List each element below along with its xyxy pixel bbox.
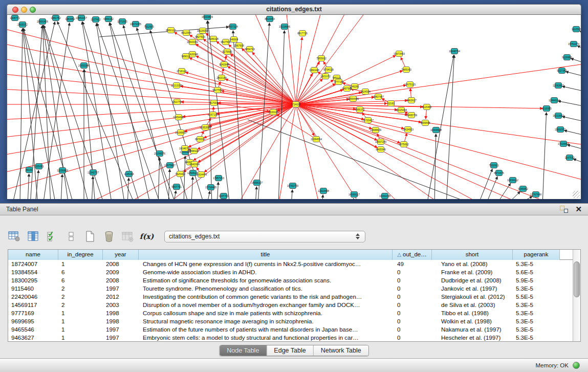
graph-node-label: 3824554: [360, 90, 371, 93]
window-titlebar[interactable]: citations_edges.txt: [7, 4, 581, 15]
delete-table-button-disabled[interactable]: [121, 230, 134, 243]
show-column-icon: [27, 231, 39, 242]
float-panel-icon[interactable]: [560, 206, 568, 213]
table-row[interactable]: 911546021997Tourette syndrome. Phenomeno…: [8, 285, 580, 293]
table-cell: 18300295: [8, 276, 58, 285]
status-bar: Memory: OK: [0, 358, 588, 372]
window-zoom-button[interactable]: [30, 7, 36, 13]
table-cell: 1997: [103, 285, 139, 293]
graph-node-label: 62160: [387, 102, 395, 105]
graph-node-label: 1527602: [91, 18, 101, 21]
table-row[interactable]: 1938455462009Genome-wide association stu…: [8, 268, 580, 276]
tab-node-table[interactable]: Node Table: [220, 345, 267, 356]
graph-node-label: 7857224: [228, 25, 238, 28]
graph-nodes[interactable]: 1724007160877124055722069140618417621983…: [10, 15, 581, 199]
table-cell: Wolkin et al. (1998): [432, 317, 513, 325]
table-cell: 2012: [103, 293, 139, 301]
combo-stepper-icon: [356, 233, 361, 239]
graph-node-label: 1112503: [572, 28, 581, 31]
table-cell: 14569117: [8, 301, 58, 309]
graph-edge: [322, 194, 323, 199]
table-header-row: namein_degreeyeartitle△out_de…shortpager…: [8, 250, 580, 260]
graph-node-label: 15751074: [568, 42, 579, 46]
column-header-out_de[interactable]: △out_de…: [393, 250, 432, 260]
table-cell: 5.3E-5: [513, 309, 560, 317]
graph-node-label: 1167533: [564, 156, 574, 159]
show-column-button[interactable]: [27, 230, 39, 243]
graph-node-label: 1608771: [10, 16, 20, 19]
create-column-button[interactable]: [83, 230, 96, 243]
graph-node-label: 7512905: [144, 25, 154, 28]
graph-edge: [92, 176, 93, 199]
table-cell: 22420046: [8, 293, 58, 301]
table-row[interactable]: 2242004622012Investigating the contribut…: [8, 293, 580, 301]
table-cell: de Silva et al. (2003): [432, 301, 513, 309]
table-cell: 9699695: [8, 317, 58, 325]
table-row[interactable]: 946554611997Estimation of the future num…: [8, 325, 580, 334]
table-row[interactable]: 1872400712008Changes of HCN gene express…: [8, 260, 580, 268]
graph-node-label: 19218986: [279, 25, 290, 28]
graph-node-label: 9427552: [212, 89, 223, 92]
graph-edge: [577, 46, 581, 51]
column-header-title[interactable]: title: [139, 250, 393, 260]
table-cell: 2008: [103, 260, 139, 268]
table-settings-button[interactable]: [8, 230, 20, 243]
graph-node-label: 12213379: [171, 84, 182, 87]
tab-network-table[interactable]: Network Table: [314, 345, 368, 356]
graph-node-label: 8471676: [494, 171, 504, 174]
memory-status-indicator: [573, 362, 580, 369]
table-cell: 18724007: [8, 260, 58, 268]
select-columns-button[interactable]: [46, 230, 58, 243]
table-row[interactable]: 977716911998Corpus callosum shape and si…: [8, 309, 580, 317]
graph-node-label: 9375692: [399, 143, 409, 146]
panel-title: Table Panel: [6, 206, 38, 213]
graph-edge: [296, 104, 524, 199]
graph-node-label: 16543382: [187, 40, 198, 43]
graph-node-label: 12923448: [318, 189, 329, 192]
graph-edge: [565, 72, 581, 77]
column-header-in_degree[interactable]: in_degree: [58, 250, 103, 260]
graph-node-label: 7625402: [175, 172, 185, 176]
graph-node-label: 18226058: [197, 29, 208, 32]
graph-edge: [217, 182, 219, 199]
network-graph[interactable]: 1724007160877124055722069140618417621983…: [7, 15, 581, 199]
unselect-columns-icon: [67, 231, 75, 242]
graph-node-label: 15720407: [362, 119, 374, 122]
table-panel-body: f(x) citations_edges.txt namein_degreeye…: [0, 216, 588, 372]
table-row[interactable]: 969969511998Structural magnetic resonanc…: [8, 317, 580, 325]
table-row[interactable]: 1456911722003Disruption of a novel membe…: [8, 301, 580, 309]
close-panel-icon[interactable]: ✕: [575, 206, 582, 213]
tab-edge-table[interactable]: Edge Table: [267, 345, 313, 356]
table-cell: 5.3E-5: [513, 260, 560, 268]
graph-node-label: 8267130: [208, 113, 218, 116]
graph-node-label: 9175685: [222, 50, 232, 53]
table-selector-value: citations_edges.txt: [169, 233, 356, 240]
graph-node-label: 9827503: [195, 35, 205, 38]
graph-edge: [230, 54, 296, 104]
table-cell: 2: [58, 285, 103, 293]
scrollbar-thumb[interactable]: [574, 261, 580, 297]
resize-grip-icon[interactable]: [573, 191, 580, 198]
column-header-year[interactable]: year: [103, 250, 139, 260]
graph-node-label: 10807487: [373, 95, 384, 98]
function-builder-button[interactable]: f(x): [140, 230, 153, 243]
window-minimize-button[interactable]: [21, 7, 27, 13]
graph-edge: [24, 28, 74, 199]
column-header-pagerank[interactable]: pagerank: [513, 250, 560, 260]
vertical-scrollbar[interactable]: [573, 250, 580, 341]
graph-edge: [127, 178, 129, 199]
table-row[interactable]: 946362711997Embryonic stem cells: a mode…: [8, 334, 580, 342]
window-close-button[interactable]: [12, 7, 18, 13]
graph-node-label: 16914479: [195, 173, 207, 176]
network-canvas[interactable]: 1724007160877124055722069140618417621983…: [7, 15, 581, 199]
graph-node-label: 989012: [182, 55, 190, 58]
table-selector[interactable]: citations_edges.txt: [164, 231, 365, 243]
column-header-name[interactable]: name: [8, 250, 58, 260]
delete-columns-button[interactable]: [102, 230, 115, 243]
column-header-short[interactable]: short: [432, 250, 513, 260]
unselect-columns-button[interactable]: [64, 230, 77, 243]
table-cell: 2003: [103, 301, 139, 309]
table-row[interactable]: 1830029562008Estimation of significance …: [8, 276, 580, 285]
sort-ascending-icon: △: [397, 252, 401, 257]
table-cell: Estimation of significance thresholds fo…: [139, 276, 393, 285]
